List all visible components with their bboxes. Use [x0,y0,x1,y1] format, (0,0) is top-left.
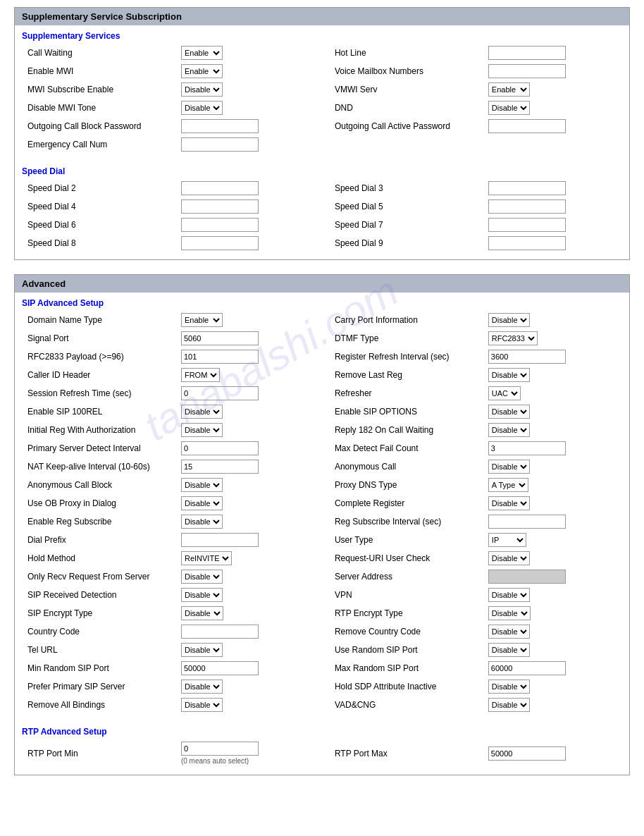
sd-right-input-1[interactable] [488,199,566,214]
sip-left-sel-14[interactable]: EnableDisable [181,570,223,584]
rtp-port-max-cell [483,739,622,768]
sip-right-sel-17[interactable]: EnableDisable [488,625,530,639]
sip-right-inp-14[interactable] [488,570,566,584]
supplementary-row-0: Call WaitingEnableDisableHot Line [22,44,622,62]
sip-row-15: SIP Received DetectionEnableDisableVPNEn… [22,586,622,604]
sip-row-5: Enable SIP 100RELEnableDisableEnable SIP… [22,402,622,421]
supp-left-label-3: Disable MWI Tone [22,99,175,117]
sip-row-13: Hold MethodReINVITEHOLDRequest-URI User … [22,549,622,567]
sip-left-sel-18[interactable]: EnableDisable [181,643,223,657]
sip-left-sel-11[interactable]: EnableDisable [181,515,223,529]
sd-left-input-1[interactable] [181,199,259,214]
sip-row-14: Only Recv Request From ServerEnableDisab… [22,567,622,586]
supp-right-label-2: VMWI Serv [329,80,483,99]
supp-right-label-1: Voice Mailbox Numbers [329,62,483,80]
supp-right-input-4[interactable] [488,119,566,133]
supplementary-services-header: Supplementary Services [15,25,629,44]
supp-right-select-2[interactable]: EnableDisable [488,82,530,97]
sip-left-sel-13[interactable]: ReINVITEHOLD [181,551,232,565]
supplementary-row-2: MWI Subscribe EnableEnableDisableVMWI Se… [22,80,622,99]
supp-left-select-1[interactable]: EnableDisable [181,64,223,78]
sip-right-sel-5[interactable]: EnableDisable [488,405,530,419]
sip-row-10: Use OB Proxy in DialogEnableDisableCompl… [22,494,622,512]
sip-left-sel-20[interactable]: EnableDisable [181,680,223,694]
sip-right-inp-2[interactable] [488,350,566,364]
supp-right-label-4: Outgoing Call Active Password [329,117,483,135]
sd-right-input-2[interactable] [488,218,566,232]
supp-left-input-5[interactable] [181,137,259,152]
sip-right-sel-3[interactable]: EnableDisable [488,368,530,382]
rtp-advanced-header: RTP Advanced Setup [15,721,629,739]
sip-left-sel-0[interactable]: EnableDisable [181,313,223,327]
sip-left-sel-9[interactable]: EnableDisable [181,478,223,492]
sd-left-input-2[interactable] [181,218,259,232]
supp-right-label-3: DND [329,99,483,117]
supp-right-input-1[interactable] [488,64,566,78]
sip-left-inp-7[interactable] [181,441,259,455]
supplementary-table: Call WaitingEnableDisableHot LineEnable … [22,44,622,154]
sip-left-sel-16[interactable]: DisableEncrypt [181,606,223,620]
sip-left-sel-10[interactable]: EnableDisable [181,496,223,510]
sip-right-sel-13[interactable]: EnableDisable [488,551,530,565]
sip-right-sel-9[interactable]: A TypeSRV [488,478,528,492]
sip-left-sel-3[interactable]: FROMPAIRPID [181,368,220,382]
supp-left-select-2[interactable]: EnableDisable [181,82,223,97]
sd-left-input-3[interactable] [181,236,259,250]
rtp-port-min-label: RTP Port Min [22,739,175,768]
sip-row-21: Remove All BindingsEnableDisableVAD&CNGE… [22,696,622,714]
sip-left-inp-12[interactable] [181,533,259,547]
supp-left-input-4[interactable] [181,119,259,133]
sip-row-12: Dial PrefixUser TypeIPPhone [22,531,622,549]
sip-left-inp-2[interactable] [181,350,259,364]
sip-row-17: Country CodeRemove Country CodeEnableDis… [22,622,622,641]
sip-left-sel-15[interactable]: EnableDisable [181,588,223,602]
supplementary-row-4: Outgoing Call Block PasswordOutgoing Cal… [22,117,622,135]
sip-right-inp-7[interactable] [488,441,566,455]
speed-dial-table: Speed Dial 2Speed Dial 3Speed Dial 4Spee… [22,179,622,252]
sd-left-input-0[interactable] [181,181,259,195]
supp-right-select-3[interactable]: EnableDisable [488,101,530,115]
sip-right-sel-8[interactable]: EnableDisable [488,460,530,474]
sd-right-input-0[interactable] [488,181,566,195]
supplementary-services-body: Call WaitingEnableDisableHot LineEnable … [15,44,629,161]
sip-left-inp-4[interactable] [181,386,259,400]
sip-right-sel-10[interactable]: EnableDisable [488,496,530,510]
sd-right-input-3[interactable] [488,236,566,250]
supp-left-select-0[interactable]: EnableDisable [181,46,223,60]
supp-left-select-3[interactable]: EnableDisable [181,101,223,115]
speed-dial-header: Speed Dial [15,161,629,179]
supp-right-label-0: Hot Line [329,44,483,62]
sip-left-inp-1[interactable] [181,331,259,345]
speed-dial-row-2: Speed Dial 6Speed Dial 7 [22,216,622,234]
sip-right-sel-15[interactable]: EnableDisable [488,588,530,602]
sip-row-6: Initial Reg With AuthorizationEnableDisa… [22,421,622,439]
sip-left-sel-6[interactable]: EnableDisable [181,423,223,437]
sip-row-20: Prefer Primary SIP ServerEnableDisableHo… [22,677,622,696]
sip-row-19: Min Random SIP PortMax Random SIP Port [22,659,622,677]
sip-right-sel-16[interactable]: DisableEncrypt [488,606,531,620]
sip-left-sel-21[interactable]: EnableDisable [181,698,223,712]
sip-left-inp-8[interactable] [181,460,259,474]
rtp-row: RTP Port Min (0 means auto select) RTP P… [22,739,622,768]
sip-right-sel-0[interactable]: EnableDisable [488,313,530,327]
supp-right-input-0[interactable] [488,46,566,60]
rtp-port-min-input[interactable] [181,742,259,756]
sip-right-inp-19[interactable] [488,661,566,675]
rtp-body: RTP Port Min (0 means auto select) RTP P… [15,739,629,775]
sip-right-sel-6[interactable]: EnableDisable [488,423,530,437]
sip-right-sel-1[interactable]: RFC2833INBANDSIP INFO [488,331,538,345]
sip-right-sel-18[interactable]: EnableDisable [488,643,530,657]
sip-row-16: SIP Encrypt TypeDisableEncryptRTP Encryp… [22,604,622,622]
sip-left-sel-5[interactable]: EnableDisable [181,405,223,419]
sip-right-sel-20[interactable]: EnableDisable [488,680,530,694]
sip-right-sel-21[interactable]: EnableDisable [488,698,530,712]
sip-right-sel-12[interactable]: IPPhone [488,533,526,547]
speed-dial-row-3: Speed Dial 8Speed Dial 9 [22,234,622,252]
sip-left-inp-19[interactable] [181,661,259,675]
sip-right-inp-11[interactable] [488,515,566,529]
rtp-port-min-note: (0 means auto select) [181,757,249,765]
sip-left-inp-17[interactable] [181,625,259,639]
supplementary-section: Supplementary Service Subscription Suppl… [14,7,630,260]
rtp-port-max-input[interactable] [488,746,566,761]
sip-right-sel-4[interactable]: UACUAS [488,386,521,400]
